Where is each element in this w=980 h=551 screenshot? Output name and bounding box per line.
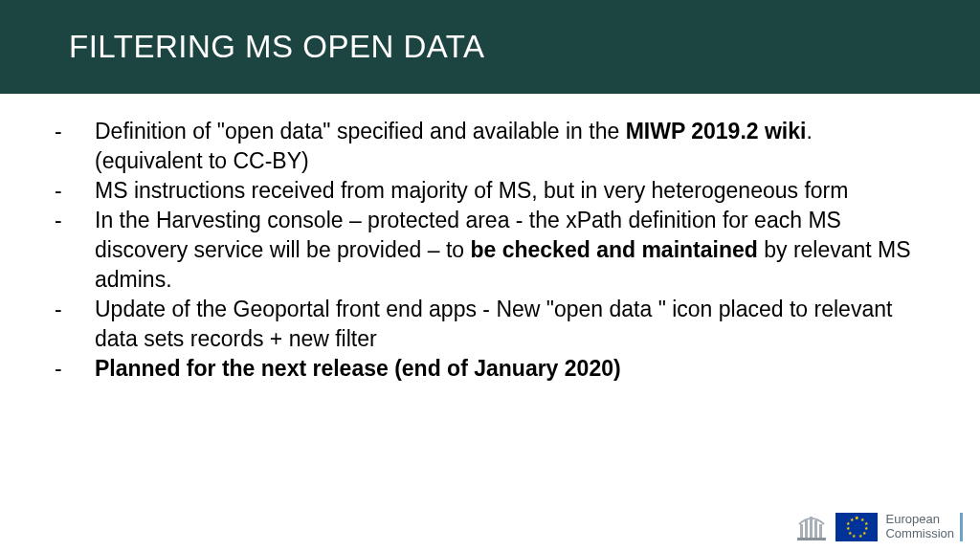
list-item: - Update of the Geoportal front end apps… — [53, 295, 923, 354]
ec-line2: Commission — [885, 527, 954, 541]
bullet-text: Definition of "open data" specified and … — [95, 117, 923, 176]
ec-text: European Commission — [885, 513, 963, 541]
bullet-dash: - — [53, 117, 95, 176]
svg-rect-1 — [800, 524, 803, 538]
bullet-text: In the Harvesting console – protected ar… — [95, 206, 923, 295]
bullet-dash: - — [53, 206, 95, 295]
svg-rect-3 — [810, 517, 813, 538]
list-item: - Definition of "open data" specified an… — [53, 117, 923, 176]
svg-rect-0 — [797, 538, 826, 540]
bullet-text: Planned for the next release (end of Jan… — [95, 354, 923, 384]
bullet-dash: - — [53, 295, 95, 354]
eu-flag-icon: ★ ★ ★ ★ ★ ★ ★ ★ ★ ★ ★ ★ — [835, 513, 878, 541]
building-icon — [795, 511, 828, 543]
list-item: - MS instructions received from majority… — [53, 176, 923, 206]
slide-content: - Definition of "open data" specified an… — [0, 94, 980, 384]
list-item: - In the Harvesting console – protected … — [53, 206, 923, 295]
svg-rect-4 — [814, 520, 817, 538]
bullet-text: Update of the Geoportal front end apps -… — [95, 295, 923, 354]
bullet-list: - Definition of "open data" specified an… — [53, 117, 923, 384]
svg-rect-5 — [819, 524, 822, 538]
bullet-text: MS instructions received from majority o… — [95, 176, 923, 206]
slide-title: FILTERING MS OPEN DATA — [69, 29, 485, 65]
bullet-dash: - — [53, 176, 95, 206]
slide-header: FILTERING MS OPEN DATA — [0, 0, 980, 94]
ec-line1: European — [885, 513, 954, 527]
svg-rect-2 — [805, 520, 808, 538]
ec-logo: ★ ★ ★ ★ ★ ★ ★ ★ ★ ★ ★ ★ European Commiss… — [795, 511, 963, 543]
list-item: - Planned for the next release (end of J… — [53, 354, 923, 384]
bullet-dash: - — [53, 354, 95, 384]
